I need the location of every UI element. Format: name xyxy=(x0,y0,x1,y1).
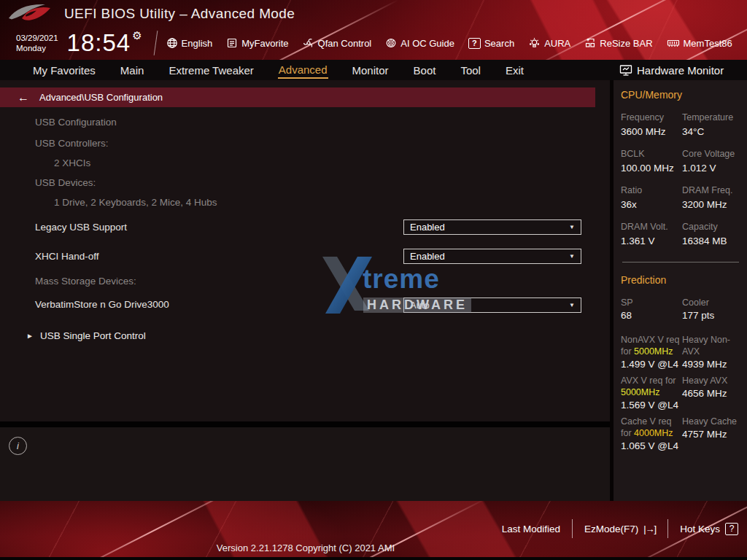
info-icon: i xyxy=(9,437,27,455)
monitor-icon xyxy=(619,64,632,77)
time-text: 18:54 xyxy=(67,29,131,57)
hm-label: Cache V req for 4000MHz xyxy=(621,416,682,439)
dropdown-value: Auto xyxy=(410,300,430,311)
hm-row: NonAVX V req for 5000MHz 1.499 V @L4 Hea… xyxy=(621,334,740,370)
clock-settings-gear-icon[interactable]: ⚙ xyxy=(132,29,142,42)
globe-icon xyxy=(166,37,178,49)
footer-separator xyxy=(667,519,668,538)
memtest-icon xyxy=(667,37,680,49)
hardware-monitor-panel: CPU/Memory Frequency3600 MHz Temperature… xyxy=(614,80,747,501)
hm-label: DRAM Freq. xyxy=(682,184,740,196)
highlight-freq: 4000MHz xyxy=(634,428,673,438)
footer-menu: Last Modified EzMode(F7)|→] Hot Keys? xyxy=(502,519,738,538)
quickmenu-ai-oc-guide[interactable]: AI OC Guide xyxy=(385,37,454,49)
tab-my-favorites[interactable]: My Favorites xyxy=(32,63,96,78)
hm-value: 4757 MHz xyxy=(682,429,740,440)
hm-row: BCLK100.00 MHz Core Voltage1.012 V xyxy=(621,148,740,174)
tab-advanced[interactable]: Advanced xyxy=(278,62,328,79)
hm-row: Frequency3600 MHz Temperature34°C xyxy=(621,112,740,137)
quickmenu-qfan-control[interactable]: Qfan Control xyxy=(303,37,372,49)
hm-value: 36x xyxy=(621,199,682,210)
hm-value: 34°C xyxy=(682,126,740,137)
quickmenu-myfavorite[interactable]: MyFavorite xyxy=(226,37,288,49)
back-arrow-icon[interactable]: ← xyxy=(18,91,29,104)
breadcrumb[interactable]: ← Advanced\USB Configuration xyxy=(0,88,595,107)
aura-icon xyxy=(528,37,541,49)
tab-bar: My Favorites Main Extreme Tweaker Advanc… xyxy=(0,60,747,80)
tab-tool[interactable]: Tool xyxy=(460,63,481,78)
xhci-handoff-dropdown[interactable]: Enabled ▼ xyxy=(403,249,581,264)
usb-single-port-control-item[interactable]: ► USB Single Port Control xyxy=(26,330,146,341)
quickmenu-label: MemTest86 xyxy=(684,38,732,49)
quick-menu: English MyFavorite Qfan Control xyxy=(166,37,732,49)
ezmode-button[interactable]: EzMode(F7)|→] xyxy=(584,524,656,534)
hardware-monitor-label: Hardware Monitor xyxy=(637,64,724,77)
hm-value: 1.065 V @L4 xyxy=(621,440,682,451)
myfavorite-icon xyxy=(226,37,238,49)
hm-label: Capacity xyxy=(682,221,740,233)
quickmenu-label: Search xyxy=(484,38,514,49)
quickmenu-label: AURA xyxy=(544,38,570,49)
hm-value: 1.569 V @L4 xyxy=(621,400,682,411)
footer-separator xyxy=(572,519,573,538)
main-panel: ← Advanced\USB Configuration USB Configu… xyxy=(0,80,610,501)
tab-extreme-tweaker[interactable]: Extreme Tweaker xyxy=(168,63,254,78)
hm-label: Heavy AVX xyxy=(682,375,740,386)
hm-value: 68 xyxy=(621,310,682,321)
quickmenu-label: ReSize BAR xyxy=(600,38,652,49)
last-modified-button[interactable]: Last Modified xyxy=(502,524,560,534)
hm-value: 3200 MHz xyxy=(682,199,740,210)
cpu-memory-heading: CPU/Memory xyxy=(621,89,740,101)
hm-value: 100.00 MHz xyxy=(621,163,682,174)
legacy-usb-support-label: Legacy USB Support xyxy=(35,222,127,233)
usb-devices-label: USB Devices: xyxy=(35,177,96,188)
hm-label: Temperature xyxy=(682,112,740,123)
question-mark-icon: ? xyxy=(725,523,738,535)
day-text: Monday xyxy=(16,43,58,53)
hm-label: Ratio xyxy=(621,184,682,196)
highlight-freq: 5000MHz xyxy=(634,346,673,357)
hm-label: Heavy Non-AVX xyxy=(682,334,740,357)
tab-exit[interactable]: Exit xyxy=(505,63,525,78)
quickmenu-memtest86[interactable]: MemTest86 xyxy=(667,37,732,49)
quickmenu-label: AI OC Guide xyxy=(400,38,454,49)
bios-screen: UEFI BIOS Utility – Advanced Mode 03/29/… xyxy=(0,0,747,560)
quickmenu-label: English xyxy=(182,38,213,49)
hm-label: Frequency xyxy=(621,112,682,123)
tab-boot[interactable]: Boot xyxy=(413,63,437,78)
usb-devices-value: 1 Drive, 2 Keyboards, 2 Mice, 4 Hubs xyxy=(54,197,217,208)
sidebar-section-divider xyxy=(622,262,739,262)
footer-bar: Last Modified EzMode(F7)|→] Hot Keys? Ve… xyxy=(0,501,747,560)
legacy-usb-support-dropdown[interactable]: Enabled ▼ xyxy=(403,219,581,235)
hm-label: AVX V req for 5000MHz xyxy=(621,375,682,398)
quickmenu-label: MyFavorite xyxy=(241,38,288,49)
hm-value: 1.361 V xyxy=(621,236,682,246)
ezmode-icon: |→] xyxy=(643,524,656,534)
hm-value: 4939 MHz xyxy=(682,359,740,370)
hm-value: 1.012 V xyxy=(682,163,740,174)
xtreme-hardware-watermark: treme HARDWARE xyxy=(321,255,456,325)
date-block: 03/29/2021 Monday xyxy=(16,33,58,54)
tab-main[interactable]: Main xyxy=(120,63,145,78)
hot-keys-button[interactable]: Hot Keys? xyxy=(680,523,738,535)
hm-row: Cache V req for 4000MHz 1.065 V @L4 Heav… xyxy=(621,416,740,451)
tab-monitor[interactable]: Monitor xyxy=(352,63,390,78)
quickmenu-resize-bar[interactable]: ReSize BAR xyxy=(584,37,652,49)
usb-controllers-label: USB Controllers: xyxy=(35,138,109,149)
hm-value: 1.499 V @L4 xyxy=(621,359,682,370)
quickmenu-aura[interactable]: AURA xyxy=(528,37,570,49)
panel-divider xyxy=(0,421,610,427)
verbatim-drive-dropdown[interactable]: Auto ▼ xyxy=(403,298,581,313)
ai-oc-icon xyxy=(385,37,397,49)
chevron-down-icon: ▼ xyxy=(569,224,575,230)
watermark-x-icon xyxy=(321,255,374,315)
hm-row: DRAM Volt.1.361 V Capacity16384 MB xyxy=(621,221,740,246)
verbatim-drive-label: VerbatimStore n Go Drive3000 xyxy=(35,299,169,310)
submenu-arrow-icon: ► xyxy=(26,332,34,340)
date-text: 03/29/2021 xyxy=(16,33,58,43)
quickmenu-english[interactable]: English xyxy=(166,37,213,49)
highlight-freq: 5000MHz xyxy=(621,387,660,397)
header-separator xyxy=(153,31,158,55)
quickmenu-search[interactable]: ? Search xyxy=(468,38,514,49)
app-title: UEFI BIOS Utility – Advanced Mode xyxy=(64,6,295,22)
